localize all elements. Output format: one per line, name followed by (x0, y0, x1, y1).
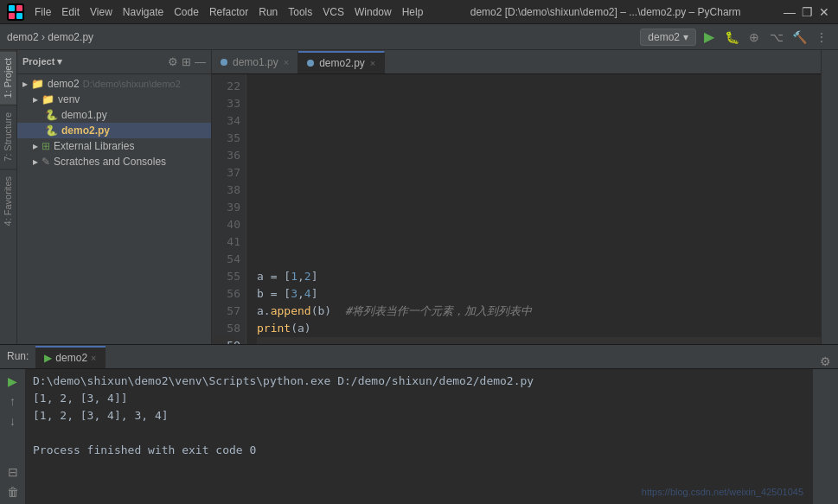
structure-panel-label[interactable]: 7: Structure (0, 105, 16, 169)
tree-item-demo2-root[interactable]: ▸ 📁 demo2 D:\demo\shixun\demo2 (17, 76, 211, 92)
code-line-39 (257, 199, 821, 216)
close-button[interactable]: ✕ (817, 5, 831, 19)
console-output-line-1: [1, 2, [3, 4]] (33, 390, 805, 407)
tree-label-scratches: Scratches and Consoles (54, 156, 166, 168)
venv-folder-icon: 📁 (42, 93, 54, 105)
menu-file[interactable]: File (29, 4, 56, 20)
top-menu-bar: File Edit View Navigate Code Refactor Ru… (0, 0, 838, 24)
menu-help[interactable]: Help (397, 4, 429, 20)
line-numbers: 22 33 34 35 36 37 38 39 40 41 54 55 56 5… (212, 74, 246, 344)
build-button[interactable]: 🔨 (790, 28, 809, 47)
scratch-expand-icon: ▸ (33, 156, 38, 168)
tree-item-scratches[interactable]: ▸ ✎ Scratches and Consoles (17, 154, 211, 169)
tabs-bar: demo1.py × demo2.py × (212, 50, 821, 74)
menu-items: File Edit View Navigate Code Refactor Ru… (29, 4, 428, 20)
run-tab-close[interactable]: × (91, 353, 96, 363)
code-line-40 (257, 216, 821, 233)
file-tree: ▸ 📁 demo2 D:\demo\shixun\demo2 ▸ 📁 venv … (17, 74, 211, 344)
window-controls: — ❐ ✕ (783, 5, 831, 19)
middle-layout: 1: Project 7: Structure 4: Favorites Pro… (0, 50, 838, 344)
menu-vcs[interactable]: VCS (317, 4, 349, 20)
clear-button[interactable]: 🗑 (5, 483, 21, 501)
sidebar-expand-icon[interactable]: ⊞ (182, 55, 191, 68)
bottom-panel: Run: ▶ demo2 × ⚙ ▶ ↑ ↓ ⊟ 🗑 D:\demo\shixu… (0, 344, 838, 504)
tree-item-demo2py[interactable]: 🐍 demo2.py (17, 123, 211, 138)
breadcrumb: demo2 › demo2.py (7, 31, 93, 43)
menu-run[interactable]: Run (253, 4, 283, 20)
watermark: https://blog.csdn.net/weixin_42501045 (642, 487, 803, 497)
minimize-button[interactable]: — (783, 5, 796, 19)
code-line-34 (257, 112, 821, 130)
code-content[interactable]: a = [1,2] b = [3,4] a.append(b) #将列表当作一个… (246, 74, 821, 344)
menu-code[interactable]: Code (169, 4, 204, 20)
tab-label-demo2: demo2.py (319, 57, 365, 69)
menu-edit[interactable]: Edit (56, 4, 85, 20)
settings-button[interactable]: ⋮ (812, 28, 831, 47)
console-exit-line: Process finished with exit code 0 (33, 442, 805, 459)
svg-rect-1 (9, 5, 15, 11)
code-line-37 (257, 164, 821, 182)
run-tab-demo2[interactable]: ▶ demo2 × (35, 346, 105, 368)
tab-label-demo1: demo1.py (233, 56, 278, 68)
run-button[interactable]: ▶ (700, 28, 719, 47)
scroll-up-button[interactable]: ↑ (8, 392, 17, 410)
right-panel-strip (821, 50, 838, 344)
bottom-gear-button[interactable]: ⚙ (813, 354, 838, 368)
bottom-tabs-bar: Run: ▶ demo2 × ⚙ (0, 345, 838, 369)
run-config-dropdown[interactable]: demo2 ▾ (640, 29, 696, 46)
restore-button[interactable]: ❐ (800, 5, 814, 19)
expand-icon: ▸ (22, 78, 28, 90)
tree-item-venv[interactable]: ▸ 📁 venv (17, 92, 211, 107)
tree-label-demo2: demo2 (48, 78, 80, 90)
project-folder-icon: 📁 (31, 78, 44, 90)
demo2-py-icon: 🐍 (45, 124, 58, 137)
dropdown-chevron-icon: ▾ (683, 31, 688, 43)
code-line-33 (257, 95, 821, 112)
menu-window[interactable]: Window (349, 4, 397, 20)
menu-refactor[interactable]: Refactor (204, 4, 253, 20)
coverage-button[interactable]: ⊕ (745, 28, 764, 47)
code-line-59 (257, 337, 821, 344)
left-panel-strip: 1: Project 7: Structure 4: Favorites (0, 50, 17, 344)
favorites-panel-label[interactable]: 4: Favorites (0, 169, 16, 233)
run-tab-icon: ▶ (44, 352, 52, 364)
py-dot-icon2 (307, 60, 314, 67)
run-label: Run: (0, 344, 35, 368)
top-bar-left: File Edit View Navigate Code Refactor Ru… (7, 3, 428, 21)
tree-label-extlibs: External Libraries (54, 140, 134, 152)
menu-navigate[interactable]: Navigate (118, 4, 169, 20)
window-title: demo2 [D:\demo\shixun\demo2] – ...\demo2… (428, 6, 783, 18)
menu-tools[interactable]: Tools (283, 4, 317, 20)
code-line-38 (257, 182, 821, 199)
profile-button[interactable]: ⌥ (767, 28, 786, 47)
code-line-55: a = [1,2] (257, 268, 821, 285)
debug-button[interactable]: 🐛 (722, 28, 741, 47)
sidebar-settings-icon[interactable]: ⚙ (168, 55, 178, 68)
extlib-expand-icon: ▸ (33, 140, 38, 152)
soft-wrap-button[interactable]: ⊟ (6, 463, 20, 481)
sidebar-header: Project ▾ ⚙ ⊞ — (17, 50, 211, 74)
tab-close-demo2[interactable]: × (370, 58, 375, 68)
rerun-button[interactable]: ▶ (6, 373, 19, 390)
tab-close-demo1[interactable]: × (284, 57, 289, 67)
svg-rect-4 (16, 13, 22, 19)
code-line-22 (257, 78, 821, 95)
py-dot-icon (221, 59, 227, 66)
demo1-py-icon: 🐍 (45, 109, 58, 121)
venv-expand-icon: ▸ (33, 93, 38, 105)
code-line-35 (257, 130, 821, 147)
console-empty-line (33, 424, 805, 442)
menu-view[interactable]: View (85, 4, 118, 20)
tree-item-demo1py[interactable]: 🐍 demo1.py (17, 107, 211, 123)
console-output-line-2: [1, 2, [3, 4], 3, 4] (33, 407, 805, 424)
tab-demo2py[interactable]: demo2.py × (298, 51, 385, 73)
project-panel-label[interactable]: 1: Project (0, 50, 16, 105)
tab-demo1py[interactable]: demo1.py × (212, 51, 298, 73)
code-line-57: a.append(b) #将列表当作一个元素，加入到列表中 (257, 303, 821, 320)
code-editor[interactable]: 22 33 34 35 36 37 38 39 40 41 54 55 56 5… (212, 74, 821, 344)
scroll-down-button[interactable]: ↓ (8, 412, 17, 430)
sidebar-minimize-icon[interactable]: — (195, 55, 206, 68)
sidebar-title: Project ▾ (22, 56, 62, 67)
code-line-41 (257, 233, 821, 251)
tree-item-ext-libs[interactable]: ▸ ⊞ External Libraries (17, 138, 211, 154)
